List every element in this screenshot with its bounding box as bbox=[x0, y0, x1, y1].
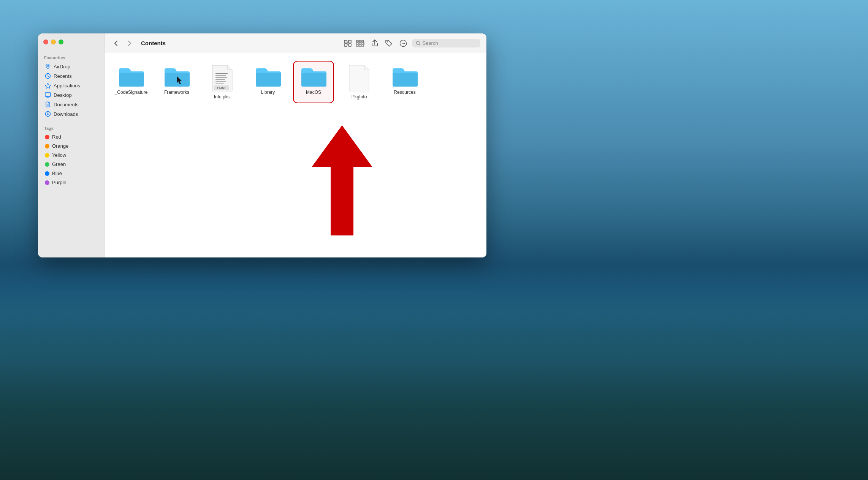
file-label-library: Library bbox=[261, 90, 275, 95]
file-label-infoplist: Info.plist bbox=[214, 94, 231, 99]
tag-blue-dot bbox=[45, 171, 49, 176]
more-button[interactable] bbox=[398, 38, 409, 49]
sidebar: Favourites AirDrop Recents bbox=[38, 33, 105, 257]
minimize-button[interactable] bbox=[51, 39, 56, 44]
finder-window: Favourites AirDrop Recents bbox=[38, 33, 486, 257]
icon-view-button[interactable] bbox=[342, 38, 353, 48]
sidebar-item-airdrop[interactable]: AirDrop bbox=[40, 62, 103, 71]
folder-icon-macos bbox=[300, 65, 327, 87]
folder-icon-resources bbox=[391, 65, 418, 87]
svg-rect-2 bbox=[45, 93, 51, 96]
svg-rect-26 bbox=[215, 79, 225, 80]
sidebar-item-tag-blue[interactable]: Blue bbox=[40, 169, 103, 178]
share-button[interactable] bbox=[369, 38, 380, 49]
file-item-macos[interactable]: MacOS bbox=[295, 62, 333, 102]
file-item-frameworks[interactable]: Frameworks bbox=[158, 62, 196, 102]
svg-rect-9 bbox=[356, 43, 358, 44]
tag-orange-label: Orange bbox=[52, 143, 68, 149]
svg-rect-27 bbox=[215, 81, 226, 82]
sidebar-item-tag-purple[interactable]: Purple bbox=[40, 178, 103, 187]
tag-green-label: Green bbox=[52, 161, 66, 167]
tag-purple-dot bbox=[45, 180, 49, 185]
file-item-codesignature[interactable]: _CodeSignature bbox=[112, 62, 150, 102]
svg-rect-16 bbox=[362, 45, 364, 46]
sidebar-item-tag-red[interactable]: Red bbox=[40, 133, 103, 141]
sidebar-item-recents[interactable]: Recents bbox=[40, 71, 103, 81]
favourites-label: Favourites bbox=[38, 52, 104, 62]
svg-point-20 bbox=[403, 43, 404, 43]
file-item-infoplist[interactable]: PLIST Info.plist bbox=[203, 62, 241, 102]
window-title: Contents bbox=[141, 40, 166, 46]
file-label-macos: MacOS bbox=[306, 90, 321, 95]
sidebar-item-downloads-label: Downloads bbox=[54, 111, 78, 117]
svg-rect-12 bbox=[359, 43, 361, 44]
file-label-resources: Resources bbox=[394, 90, 415, 95]
search-box[interactable] bbox=[412, 39, 480, 47]
sidebar-item-desktop[interactable]: Desktop bbox=[40, 90, 103, 99]
svg-rect-24 bbox=[215, 75, 226, 76]
file-label-frameworks: Frameworks bbox=[164, 90, 189, 95]
sidebar-item-tag-yellow[interactable]: Yellow bbox=[40, 151, 103, 159]
svg-rect-15 bbox=[362, 43, 364, 44]
sidebar-item-tag-orange[interactable]: Orange bbox=[40, 142, 103, 150]
sidebar-item-applications[interactable]: Applications bbox=[40, 81, 103, 90]
close-button[interactable] bbox=[43, 39, 48, 44]
folder-icon-codesignature bbox=[117, 65, 145, 87]
view-controls bbox=[342, 38, 366, 48]
folder-icon-frameworks bbox=[163, 65, 190, 87]
svg-rect-4 bbox=[344, 40, 347, 43]
svg-rect-13 bbox=[359, 45, 361, 46]
svg-rect-7 bbox=[348, 44, 351, 46]
svg-point-17 bbox=[387, 41, 388, 42]
svg-rect-5 bbox=[348, 40, 351, 43]
svg-rect-14 bbox=[362, 40, 364, 42]
sidebar-item-desktop-label: Desktop bbox=[54, 92, 72, 98]
toolbar: Contents bbox=[105, 33, 486, 53]
tag-orange-dot bbox=[45, 144, 49, 148]
sidebar-item-tag-green[interactable]: Green bbox=[40, 160, 103, 169]
back-button[interactable] bbox=[111, 38, 121, 49]
mountain-overlay bbox=[0, 290, 868, 480]
documents-icon bbox=[45, 101, 51, 107]
tag-button[interactable] bbox=[383, 38, 394, 49]
svg-rect-11 bbox=[359, 40, 361, 42]
svg-rect-23 bbox=[215, 73, 228, 74]
tag-yellow-dot bbox=[45, 153, 49, 158]
svg-rect-25 bbox=[215, 77, 227, 78]
file-item-resources[interactable]: Resources bbox=[386, 62, 424, 102]
forward-button[interactable] bbox=[124, 38, 135, 49]
svg-point-19 bbox=[402, 43, 402, 43]
applications-icon bbox=[45, 82, 51, 88]
tag-red-label: Red bbox=[52, 134, 61, 140]
list-view-button[interactable] bbox=[354, 38, 366, 48]
file-item-library[interactable]: Library bbox=[249, 62, 287, 102]
search-input[interactable] bbox=[422, 40, 477, 46]
tag-yellow-label: Yellow bbox=[52, 152, 66, 158]
file-grid: _CodeSignature Frameworks bbox=[112, 62, 479, 102]
svg-point-0 bbox=[47, 66, 49, 68]
plist-file-icon: PLIST bbox=[211, 65, 234, 92]
traffic-lights bbox=[43, 39, 63, 44]
svg-point-21 bbox=[404, 43, 405, 43]
tag-red-dot bbox=[45, 135, 49, 139]
airdrop-icon bbox=[45, 63, 51, 69]
file-item-pkginfo[interactable]: PkgInfo bbox=[340, 62, 378, 102]
recents-icon bbox=[45, 73, 51, 79]
content-area: _CodeSignature Frameworks bbox=[105, 53, 486, 257]
sidebar-item-downloads[interactable]: Downloads bbox=[40, 109, 103, 118]
maximize-button[interactable] bbox=[59, 39, 63, 44]
red-arrow-annotation bbox=[312, 125, 372, 235]
search-icon bbox=[416, 41, 420, 46]
svg-rect-6 bbox=[344, 44, 347, 46]
desktop-icon bbox=[45, 92, 51, 98]
downloads-icon bbox=[45, 111, 51, 117]
svg-marker-31 bbox=[312, 125, 372, 235]
sidebar-item-recents-label: Recents bbox=[54, 73, 72, 79]
sidebar-item-documents[interactable]: Documents bbox=[40, 100, 103, 109]
main-area: Contents bbox=[105, 33, 486, 257]
folder-icon-library bbox=[254, 65, 282, 87]
tag-green-dot bbox=[45, 162, 49, 167]
svg-rect-8 bbox=[356, 40, 358, 42]
generic-file-icon bbox=[348, 65, 371, 92]
tag-blue-label: Blue bbox=[52, 171, 62, 176]
